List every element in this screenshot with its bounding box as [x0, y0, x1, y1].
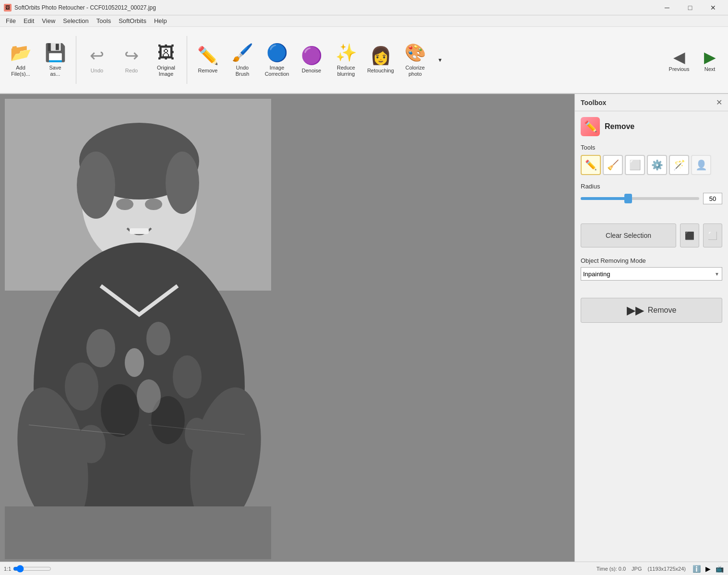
zoom-area: 1:1	[4, 565, 51, 573]
toolbar-divider-2	[187, 36, 187, 84]
toolbar-divider-1	[76, 36, 76, 84]
add-files-icon: 📂	[10, 43, 32, 63]
minimize-button[interactable]: ─	[656, 0, 678, 15]
toolbox-panel: Toolbox ✕ ✏️ Remove Tools ✏️ 🧹 ⬜ ⚙️ 🪄 👤 …	[574, 94, 728, 562]
undo-brush-label: UndoBrush	[236, 65, 250, 77]
svg-point-5	[77, 152, 115, 219]
save-as-button[interactable]: 💾 Saveas...	[38, 31, 72, 89]
svg-point-13	[146, 322, 170, 355]
info-button[interactable]: ℹ️	[692, 564, 701, 574]
retouching-icon: 👩	[370, 46, 392, 66]
menu-file[interactable]: File	[2, 16, 20, 25]
previous-icon: ◀	[673, 48, 685, 66]
menu-tools[interactable]: Tools	[93, 16, 115, 25]
zoom-slider[interactable]	[13, 565, 51, 573]
spacer-1	[581, 214, 722, 223]
svg-point-15	[173, 355, 202, 399]
previous-label: Previous	[669, 66, 690, 72]
maximize-button[interactable]: □	[679, 0, 701, 15]
invert-selection-button[interactable]: ⬜	[703, 223, 722, 247]
tools-grid: ✏️ 🧹 ⬜ ⚙️ 🪄 👤	[581, 155, 722, 175]
time-label: Time (s): 0.0	[597, 566, 626, 572]
save-as-label: Saveas...	[49, 65, 61, 77]
dimensions-label: (1193x1725x24)	[647, 566, 686, 572]
select-all-button[interactable]: ⬛	[680, 223, 699, 247]
redo-button[interactable]: ↪ Redo	[115, 31, 148, 89]
menu-selection[interactable]: Selection	[59, 16, 92, 25]
stamp-tool-button[interactable]: 👤	[691, 155, 711, 175]
mode-select-wrapper: Inpainting Fast Patch	[581, 267, 722, 281]
status-icons: ℹ️ ▶ 📺	[692, 564, 724, 574]
add-files-button[interactable]: 📂 AddFile(s)...	[4, 31, 37, 89]
radius-value[interactable]: 50	[703, 193, 722, 204]
denoise-button[interactable]: 🟣 Denoise	[295, 31, 328, 89]
retouching-button[interactable]: 👩 Retouching	[364, 31, 397, 89]
app-icon: 🖼	[4, 4, 12, 12]
menu-help[interactable]: Help	[150, 16, 171, 25]
svg-rect-9	[130, 228, 149, 234]
svg-point-16	[101, 384, 139, 437]
radius-label: Radius	[581, 183, 722, 190]
play-button[interactable]: ▶	[703, 564, 713, 574]
next-icon: ▶	[704, 48, 716, 66]
undo-brush-button[interactable]: 🖌️ UndoBrush	[226, 31, 259, 89]
remove-button[interactable]: ✏️ Remove	[191, 31, 225, 89]
undo-button[interactable]: ↩ Undo	[80, 31, 114, 89]
format-label: JPG	[632, 566, 642, 572]
reduce-blurring-button[interactable]: ✨ Reduceblurring	[329, 31, 363, 89]
youtube-button[interactable]: 📺	[715, 564, 724, 574]
toolbar: 📂 AddFile(s)... 💾 Saveas... ↩ Undo ↪ Red…	[0, 27, 728, 94]
toolbox-close-button[interactable]: ✕	[716, 98, 722, 107]
toolbar-tools-group: ✏️ Remove 🖌️ UndoBrush 🔵 ImageCorrection…	[191, 31, 447, 89]
radius-track[interactable]	[581, 197, 699, 200]
canvas-area[interactable]	[0, 94, 574, 562]
magic-wand-tool-button[interactable]: 🪄	[669, 155, 689, 175]
svg-point-21	[137, 379, 161, 413]
menu-bar: File Edit View Selection Tools SoftOrbit…	[0, 15, 728, 27]
status-right: Time (s): 0.0 JPG (1193x1725x24) ℹ️ ▶ 📺	[597, 564, 724, 574]
svg-point-6	[166, 152, 199, 214]
remove-action-label: Remove	[648, 306, 677, 315]
toolbox-header: Toolbox ✕	[575, 94, 728, 111]
colorize-photo-button[interactable]: 🎨 Colorizephoto	[398, 31, 432, 89]
menu-edit[interactable]: Edit	[20, 16, 38, 25]
undo-icon: ↩	[90, 46, 104, 66]
redo-label: Redo	[125, 68, 138, 74]
original-image-icon: 🖼	[157, 43, 175, 63]
remove-icon: ✏️	[197, 46, 219, 66]
clear-selection-button[interactable]: Clear Selection	[581, 223, 676, 247]
denoise-icon: 🟣	[301, 46, 322, 66]
next-button[interactable]: ▶ Next	[695, 31, 724, 89]
reduce-blurring-label: Reduceblurring	[337, 65, 355, 77]
previous-button[interactable]: ◀ Previous	[665, 31, 693, 89]
eraser-tool-button[interactable]: 🧹	[603, 155, 623, 175]
remove-action-icon: ▶▶	[627, 304, 644, 317]
more-tools-button[interactable]: ▼	[433, 31, 447, 89]
denoise-label: Denoise	[302, 68, 321, 74]
radius-thumb[interactable]	[624, 194, 632, 203]
retouching-label: Retouching	[367, 68, 394, 74]
radius-fill	[581, 197, 628, 200]
close-button[interactable]: ✕	[702, 0, 724, 15]
mode-select[interactable]: Inpainting Fast Patch	[581, 267, 722, 281]
remove-action-button[interactable]: ▶▶ Remove	[581, 298, 722, 323]
next-label: Next	[704, 66, 716, 72]
image-correction-button[interactable]: 🔵 ImageCorrection	[260, 31, 294, 89]
rect-select-tool-button[interactable]: ⬜	[625, 155, 645, 175]
svg-point-7	[116, 199, 133, 210]
menu-softorbits[interactable]: SoftOrbits	[115, 16, 150, 25]
remove-tool-icon: ✏️	[581, 117, 600, 136]
reduce-blurring-icon: ✨	[335, 43, 357, 63]
add-files-label: AddFile(s)...	[11, 65, 30, 77]
undo-label: Undo	[91, 68, 103, 74]
svg-point-14	[65, 363, 98, 411]
window-title: SoftOrbits Photo Retoucher - CCF01052012…	[14, 4, 156, 11]
colorize-photo-label: Colorizephoto	[406, 65, 425, 77]
original-image-button[interactable]: 🖼 OriginalImage	[149, 31, 183, 89]
brush-tool-button[interactable]: ✏️	[581, 155, 601, 175]
svg-point-8	[145, 199, 162, 210]
auto-select-tool-button[interactable]: ⚙️	[647, 155, 667, 175]
menu-view[interactable]: View	[38, 16, 59, 25]
redo-icon: ↪	[124, 46, 139, 66]
undo-brush-icon: 🖌️	[232, 43, 253, 63]
